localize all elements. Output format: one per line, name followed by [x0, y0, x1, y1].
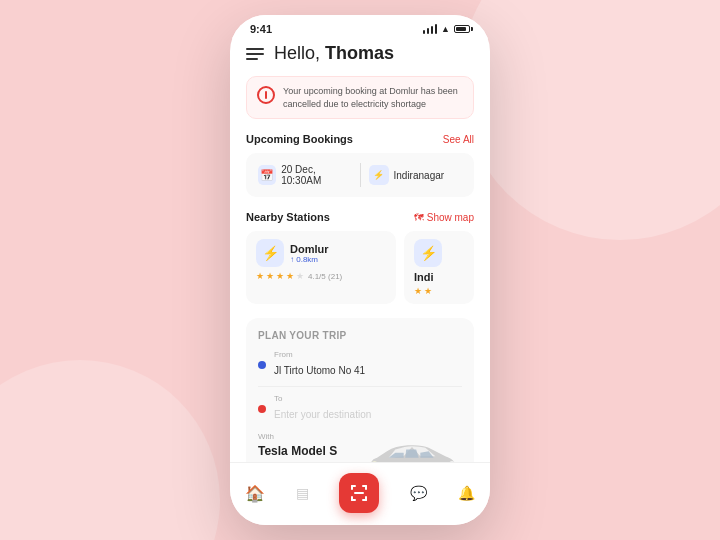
station-rating-2: ★ ★: [414, 286, 464, 296]
nav-chat[interactable]: 💬: [410, 485, 427, 501]
plan-title: Plan your trip: [258, 330, 462, 341]
from-dot: [258, 361, 266, 369]
alert-icon: [257, 86, 275, 104]
nav-scan[interactable]: [339, 473, 379, 513]
nav-home[interactable]: 🏠: [245, 484, 265, 503]
to-dot: [258, 405, 266, 413]
bell-icon: 🔔: [458, 485, 475, 501]
svg-rect-17: [354, 492, 364, 494]
station-icon-2: ⚡: [414, 239, 442, 267]
menu-icon[interactable]: [246, 48, 264, 60]
station-name-2: Indi: [414, 271, 464, 283]
alert-banner: Your upcoming booking at Domlur has been…: [246, 76, 474, 119]
signal-icon: [423, 24, 438, 34]
main-content: Hello, Thomas Your upcoming booking at D…: [230, 39, 490, 462]
svg-rect-14: [351, 496, 353, 501]
bg-circle-2: [0, 360, 220, 540]
booking-date: 📅 20 Dec, 10:30AM: [258, 164, 352, 186]
nearby-stations-title: Nearby Stations: [246, 211, 330, 223]
car-image: [362, 432, 462, 462]
nav-bell[interactable]: 🔔: [458, 485, 475, 501]
station-icon-1: ⚡: [256, 239, 284, 267]
to-label: To: [274, 395, 371, 403]
scan-fab[interactable]: [339, 473, 379, 513]
header: Hello, Thomas: [246, 39, 474, 64]
station-name-1: Domlur: [290, 243, 329, 255]
svg-rect-12: [365, 485, 367, 490]
svg-rect-10: [351, 485, 353, 490]
upcoming-bookings-title: Upcoming Bookings: [246, 133, 353, 145]
status-time: 9:41: [250, 23, 272, 35]
nearby-stations-header: Nearby Stations 🗺 Show map: [246, 211, 474, 223]
stations-row: ⚡ Domlur ↑ 0.8km ★ ★ ★ ★ ★ 4.1/5 (21): [246, 231, 474, 304]
status-bar: 9:41 ▲: [230, 15, 490, 39]
bottom-nav: 🏠 ▤ 💬 🔔: [230, 462, 490, 525]
phone-shell: 9:41 ▲ Hello, Thomas: [230, 15, 490, 525]
with-label: With: [258, 432, 362, 441]
station-card-1[interactable]: ⚡ Domlur ↑ 0.8km ★ ★ ★ ★ ★ 4.1/5 (21): [246, 231, 396, 304]
station-distance-1: ↑ 0.8km: [290, 255, 329, 264]
station-rating-1: ★ ★ ★ ★ ★ 4.1/5 (21): [256, 271, 386, 281]
svg-rect-16: [365, 496, 367, 501]
alert-text: Your upcoming booking at Domlur has been…: [283, 85, 463, 110]
status-icons: ▲: [423, 24, 470, 34]
see-all-link[interactable]: See All: [443, 134, 474, 145]
to-placeholder: Enter your destination: [274, 409, 371, 420]
destination-icon: ⚡: [369, 165, 389, 185]
from-label: From: [274, 351, 365, 359]
car-section: With Tesla Model S Default: [258, 432, 462, 462]
car-info: With Tesla Model S Default: [258, 432, 362, 462]
greeting-text: Hello, Thomas: [274, 43, 394, 64]
battery-icon: [454, 25, 470, 33]
show-map-link[interactable]: 🗺 Show map: [414, 212, 474, 223]
to-row[interactable]: To Enter your destination: [258, 395, 462, 422]
plan-inputs: From Jl Tirto Utomo No 41 To Enter your …: [258, 351, 462, 422]
booking-date-text: 20 Dec, 10:30AM: [281, 164, 351, 186]
scan-icon: [349, 483, 369, 503]
booking-destination: ⚡ Indiranagar: [369, 165, 463, 185]
menu-nav-icon: ▤: [296, 485, 309, 501]
car-svg: [362, 432, 462, 462]
plan-trip-card: Plan your trip From Jl Tirto Utomo No 41…: [246, 318, 474, 462]
bg-circle-1: [460, 0, 720, 240]
station-card-2[interactable]: ⚡ Indi ★ ★: [404, 231, 474, 304]
booking-card[interactable]: 📅 20 Dec, 10:30AM ⚡ Indiranagar: [246, 153, 474, 197]
car-name: Tesla Model S: [258, 444, 362, 458]
from-row: From Jl Tirto Utomo No 41: [258, 351, 462, 378]
home-icon: 🏠: [245, 484, 265, 503]
from-value: Jl Tirto Utomo No 41: [274, 365, 365, 376]
map-icon: 🗺: [414, 212, 424, 223]
upcoming-bookings-header: Upcoming Bookings See All: [246, 133, 474, 145]
chat-icon: 💬: [410, 485, 427, 501]
calendar-icon: 📅: [258, 165, 276, 185]
booking-destination-text: Indiranagar: [394, 170, 445, 181]
wifi-icon: ▲: [441, 24, 450, 34]
nav-menu[interactable]: ▤: [296, 485, 309, 501]
